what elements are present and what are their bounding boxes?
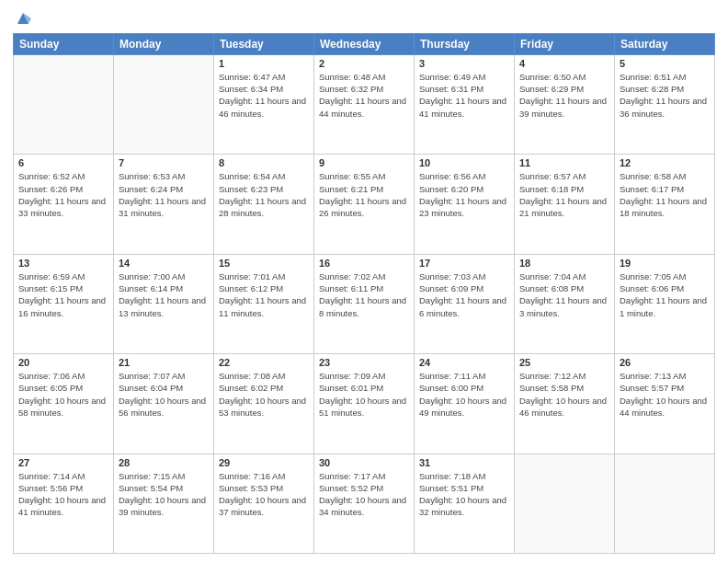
col-header-wednesday: Wednesday: [314, 33, 415, 54]
day-info: Sunrise: 6:57 AMSunset: 6:18 PMDaylight:…: [519, 170, 609, 219]
logo: [13, 9, 31, 26]
calendar-cell: 14Sunrise: 7:00 AMSunset: 6:14 PMDayligh…: [114, 254, 214, 353]
day-info: Sunrise: 6:51 AMSunset: 6:28 PMDaylight:…: [620, 71, 710, 120]
day-info: Sunrise: 7:05 AMSunset: 6:06 PMDaylight:…: [620, 270, 710, 319]
day-number: 16: [319, 258, 409, 269]
calendar-cell: 19Sunrise: 7:05 AMSunset: 6:06 PMDayligh…: [615, 254, 715, 353]
calendar-cell: 29Sunrise: 7:16 AMSunset: 5:53 PMDayligh…: [214, 454, 314, 553]
day-info: Sunrise: 7:07 AMSunset: 6:04 PMDaylight:…: [119, 370, 209, 419]
day-number: 21: [119, 357, 209, 368]
day-info: Sunrise: 7:03 AMSunset: 6:09 PMDaylight:…: [419, 270, 509, 319]
day-number: 18: [519, 258, 609, 269]
calendar-week-3: 13Sunrise: 6:59 AMSunset: 6:15 PMDayligh…: [14, 254, 715, 353]
calendar-cell: 13Sunrise: 6:59 AMSunset: 6:15 PMDayligh…: [14, 254, 114, 353]
calendar-cell: 1Sunrise: 6:47 AMSunset: 6:34 PMDaylight…: [214, 54, 314, 154]
day-info: Sunrise: 6:56 AMSunset: 6:20 PMDaylight:…: [419, 170, 509, 219]
calendar-cell: 17Sunrise: 7:03 AMSunset: 6:09 PMDayligh…: [415, 254, 515, 353]
calendar-cell: 26Sunrise: 7:13 AMSunset: 5:57 PMDayligh…: [615, 354, 715, 454]
calendar-cell: 24Sunrise: 7:11 AMSunset: 6:00 PMDayligh…: [415, 354, 515, 454]
day-info: Sunrise: 6:52 AMSunset: 6:26 PMDaylight:…: [18, 170, 108, 219]
day-info: Sunrise: 7:16 AMSunset: 5:53 PMDaylight:…: [219, 470, 309, 519]
calendar-cell: 21Sunrise: 7:07 AMSunset: 6:04 PMDayligh…: [114, 354, 214, 454]
header: [13, 9, 715, 26]
col-header-thursday: Thursday: [415, 33, 515, 54]
day-number: 15: [219, 258, 309, 269]
day-info: Sunrise: 6:59 AMSunset: 6:15 PMDaylight:…: [18, 270, 108, 319]
day-number: 31: [419, 457, 509, 468]
calendar-cell: [14, 54, 114, 154]
day-number: 27: [18, 457, 108, 468]
day-info: Sunrise: 6:58 AMSunset: 6:17 PMDaylight:…: [620, 170, 710, 219]
calendar-cell: 15Sunrise: 7:01 AMSunset: 6:12 PMDayligh…: [214, 254, 314, 353]
calendar-cell: 6Sunrise: 6:52 AMSunset: 6:26 PMDaylight…: [14, 155, 114, 254]
day-info: Sunrise: 6:47 AMSunset: 6:34 PMDaylight:…: [219, 71, 309, 120]
day-number: 24: [419, 357, 509, 368]
day-number: 5: [620, 58, 710, 69]
day-number: 17: [419, 258, 509, 269]
day-number: 12: [620, 157, 710, 168]
calendar-cell: 12Sunrise: 6:58 AMSunset: 6:17 PMDayligh…: [615, 155, 715, 254]
day-number: 20: [18, 357, 108, 368]
calendar-cell: [615, 454, 715, 553]
day-info: Sunrise: 7:04 AMSunset: 6:08 PMDaylight:…: [519, 270, 609, 319]
day-number: 13: [18, 258, 108, 269]
day-info: Sunrise: 6:53 AMSunset: 6:24 PMDaylight:…: [119, 170, 209, 219]
day-number: 23: [319, 357, 409, 368]
day-info: Sunrise: 7:14 AMSunset: 5:56 PMDaylight:…: [18, 470, 108, 519]
day-number: 6: [18, 157, 108, 168]
day-number: 29: [219, 457, 309, 468]
day-number: 7: [119, 157, 209, 168]
calendar-cell: [114, 54, 214, 154]
day-info: Sunrise: 6:50 AMSunset: 6:29 PMDaylight:…: [519, 71, 609, 120]
calendar-cell: [515, 454, 615, 553]
calendar-cell: 10Sunrise: 6:56 AMSunset: 6:20 PMDayligh…: [415, 155, 515, 254]
day-info: Sunrise: 7:13 AMSunset: 5:57 PMDaylight:…: [620, 370, 710, 419]
calendar-week-2: 6Sunrise: 6:52 AMSunset: 6:26 PMDaylight…: [14, 155, 715, 254]
day-number: 1: [219, 58, 309, 69]
logo-text: [13, 9, 31, 28]
day-info: Sunrise: 7:12 AMSunset: 5:58 PMDaylight:…: [519, 370, 609, 419]
logo-icon: [15, 10, 31, 27]
day-info: Sunrise: 7:00 AMSunset: 6:14 PMDaylight:…: [119, 270, 209, 319]
day-number: 25: [519, 357, 609, 368]
calendar-cell: 22Sunrise: 7:08 AMSunset: 6:02 PMDayligh…: [214, 354, 314, 454]
day-number: 14: [119, 258, 209, 269]
day-number: 4: [519, 58, 609, 69]
day-info: Sunrise: 7:15 AMSunset: 5:54 PMDaylight:…: [119, 470, 209, 519]
calendar-cell: 11Sunrise: 6:57 AMSunset: 6:18 PMDayligh…: [515, 155, 615, 254]
day-info: Sunrise: 7:06 AMSunset: 6:05 PMDaylight:…: [18, 370, 108, 419]
day-info: Sunrise: 6:49 AMSunset: 6:31 PMDaylight:…: [419, 71, 509, 120]
day-info: Sunrise: 7:18 AMSunset: 5:51 PMDaylight:…: [419, 470, 509, 519]
day-info: Sunrise: 7:01 AMSunset: 6:12 PMDaylight:…: [219, 270, 309, 319]
calendar-cell: 31Sunrise: 7:18 AMSunset: 5:51 PMDayligh…: [415, 454, 515, 553]
day-number: 30: [319, 457, 409, 468]
day-info: Sunrise: 7:09 AMSunset: 6:01 PMDaylight:…: [319, 370, 409, 419]
calendar-cell: 20Sunrise: 7:06 AMSunset: 6:05 PMDayligh…: [14, 354, 114, 454]
calendar-cell: 16Sunrise: 7:02 AMSunset: 6:11 PMDayligh…: [314, 254, 415, 353]
day-number: 2: [319, 58, 409, 69]
col-header-friday: Friday: [515, 33, 615, 54]
col-header-monday: Monday: [114, 33, 214, 54]
day-number: 11: [519, 157, 609, 168]
col-header-sunday: Sunday: [14, 33, 114, 54]
day-number: 9: [319, 157, 409, 168]
page: SundayMondayTuesdayWednesdayThursdayFrid…: [0, 0, 728, 563]
col-header-saturday: Saturday: [615, 33, 715, 54]
day-number: 3: [419, 58, 509, 69]
calendar-cell: 3Sunrise: 6:49 AMSunset: 6:31 PMDaylight…: [415, 54, 515, 154]
calendar-cell: 18Sunrise: 7:04 AMSunset: 6:08 PMDayligh…: [515, 254, 615, 353]
day-number: 28: [119, 457, 209, 468]
calendar-week-1: 1Sunrise: 6:47 AMSunset: 6:34 PMDaylight…: [14, 54, 715, 154]
day-number: 26: [620, 357, 710, 368]
day-info: Sunrise: 6:54 AMSunset: 6:23 PMDaylight:…: [219, 170, 309, 219]
calendar-cell: 5Sunrise: 6:51 AMSunset: 6:28 PMDaylight…: [615, 54, 715, 154]
calendar-cell: 7Sunrise: 6:53 AMSunset: 6:24 PMDaylight…: [114, 155, 214, 254]
calendar-cell: 27Sunrise: 7:14 AMSunset: 5:56 PMDayligh…: [14, 454, 114, 553]
day-number: 8: [219, 157, 309, 168]
day-number: 19: [620, 258, 710, 269]
calendar-cell: 30Sunrise: 7:17 AMSunset: 5:52 PMDayligh…: [314, 454, 415, 553]
calendar-cell: 8Sunrise: 6:54 AMSunset: 6:23 PMDaylight…: [214, 155, 314, 254]
day-number: 10: [419, 157, 509, 168]
calendar-cell: 2Sunrise: 6:48 AMSunset: 6:32 PMDaylight…: [314, 54, 415, 154]
day-info: Sunrise: 7:17 AMSunset: 5:52 PMDaylight:…: [319, 470, 409, 519]
